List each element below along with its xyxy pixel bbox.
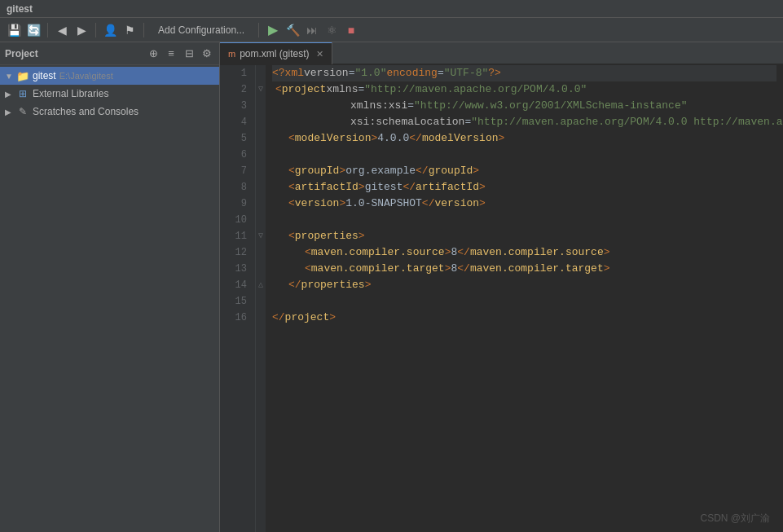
- fold-empty-5: [256, 130, 266, 147]
- fold-empty-12: [256, 244, 266, 261]
- code-line-5: <modelVersion>4.0.0</modelVersion>: [272, 130, 776, 147]
- forward-button[interactable]: ▶: [73, 21, 90, 39]
- code-line-10: [272, 212, 776, 228]
- code-line-11: <properties>: [272, 228, 776, 244]
- fold-marker-11[interactable]: ▽: [256, 228, 266, 244]
- line-num-7: 7: [225, 163, 247, 179]
- tree-arrow-gitest: ▼: [5, 72, 16, 81]
- code-line-13: <maven.compiler.target>8</maven.compiler…: [272, 261, 776, 277]
- run-button[interactable]: ▶: [264, 21, 282, 39]
- tree-arrow-ext-libs: ▶: [5, 90, 16, 99]
- save-button[interactable]: 💾: [5, 21, 23, 39]
- fold-marker-14[interactable]: △: [256, 277, 266, 293]
- code-editor[interactable]: <?xml version="1.0" encoding="UTF-8"?> <…: [266, 65, 783, 532]
- toolbar-separator-3: [143, 23, 144, 37]
- line-num-8: 8: [225, 179, 247, 196]
- sidebar-title: Project: [5, 48, 143, 59]
- code-line-3: xmlns:xsi="http://www.w3.org/2001/XMLSch…: [272, 98, 776, 114]
- pom-xml-tab-close[interactable]: ✕: [316, 49, 323, 59]
- editor-content[interactable]: 1 2 3 4 5 6 7 8 9 10 11 12 13 14 15 16 ▽: [220, 65, 783, 532]
- gitest-label: gitest: [33, 70, 56, 81]
- fold-empty-16: [256, 310, 266, 326]
- fold-empty-7: [256, 163, 266, 179]
- line-num-6: 6: [225, 147, 247, 163]
- code-line-6: [272, 147, 776, 163]
- sidebar-item-scratches[interactable]: ▶ ✎ Scratches and Consoles: [0, 103, 219, 121]
- fold-empty-1: [256, 65, 266, 81]
- sidebar: Project ⊕ ≡ ⊟ ⚙ ▼ 📁 gitest E:\Java\gites…: [0, 42, 220, 532]
- line-num-15: 15: [225, 293, 247, 310]
- sync-button[interactable]: 🔄: [24, 21, 42, 39]
- pom-xml-tab-icon: m: [228, 49, 235, 59]
- coverage-button[interactable]: ⚛: [323, 21, 341, 39]
- sidebar-tree: ▼ 📁 gitest E:\Java\gitest ▶ ⊞ External L…: [0, 65, 219, 532]
- fold-empty-8: [256, 179, 266, 196]
- title-bar: gitest: [0, 0, 783, 18]
- fold-empty-4: [256, 114, 266, 130]
- fold-gutter: ▽ ▽ △: [256, 65, 266, 532]
- code-line-15: [272, 293, 776, 310]
- toolbar: 💾 🔄 ◀ ▶ 👤 ⚑ Add Configuration... ▶ 🔨 ⏭ ⚛…: [0, 18, 783, 42]
- add-configuration-button[interactable]: Add Configuration...: [149, 21, 253, 39]
- code-line-2: <project xmlns="http://maven.apache.org/…: [272, 81, 776, 98]
- fold-empty-6: [256, 147, 266, 163]
- gitest-path: E:\Java\gitest: [59, 71, 113, 81]
- line-num-12: 12: [225, 244, 247, 261]
- fold-empty-9: [256, 196, 266, 212]
- code-line-12: <maven.compiler.source>8</maven.compiler…: [272, 244, 776, 261]
- tab-pom-xml[interactable]: m pom.xml (gitest) ✕: [220, 42, 332, 64]
- line-num-10: 10: [225, 212, 247, 228]
- line-num-11: 11: [225, 228, 247, 244]
- external-libraries-label: External Libraries: [33, 88, 108, 99]
- sidebar-add-button[interactable]: ⊕: [146, 46, 161, 61]
- app-title: gitest: [7, 3, 33, 15]
- fold-empty-3: [256, 98, 266, 114]
- code-line-4: xsi:schemaLocation="http://maven.apache.…: [272, 114, 776, 130]
- line-num-13: 13: [225, 261, 247, 277]
- build-menu-button[interactable]: ⚑: [121, 21, 139, 39]
- code-line-16: </project>: [272, 310, 776, 326]
- fold-empty-15: [256, 293, 266, 310]
- line-num-4: 4: [225, 114, 247, 130]
- sidebar-expand-button[interactable]: ≡: [164, 46, 178, 61]
- tree-arrow-scratches: ▶: [5, 108, 16, 117]
- user-button[interactable]: 👤: [101, 21, 119, 39]
- line-numbers: 1 2 3 4 5 6 7 8 9 10 11 12 13 14 15 16: [220, 65, 256, 532]
- line-num-2: 2: [225, 81, 247, 98]
- main-layout: Project ⊕ ≡ ⊟ ⚙ ▼ 📁 gitest E:\Java\gites…: [0, 42, 783, 532]
- toolbar-separator-1: [47, 23, 48, 37]
- sidebar-header: Project ⊕ ≡ ⊟ ⚙: [0, 42, 219, 65]
- gitest-folder-icon: 📁: [16, 69, 29, 82]
- line-num-1: 1: [225, 65, 247, 81]
- back-button[interactable]: ◀: [53, 21, 71, 39]
- watermark: CSDN @刘广渝: [700, 512, 770, 525]
- line-num-14: 14: [225, 277, 247, 293]
- tab-bar: m pom.xml (gitest) ✕: [220, 42, 783, 65]
- line-num-3: 3: [225, 98, 247, 114]
- toolbar-separator-2: [95, 23, 96, 37]
- line-num-9: 9: [225, 196, 247, 212]
- step-button[interactable]: ⏭: [303, 21, 321, 39]
- scratches-label: Scratches and Consoles: [33, 106, 139, 117]
- pom-xml-tab-name: pom.xml (gitest): [240, 48, 309, 59]
- build-button[interactable]: 🔨: [284, 21, 301, 39]
- code-line-7: <groupId>org.example</groupId>: [272, 163, 776, 179]
- sidebar-item-external-libraries[interactable]: ▶ ⊞ External Libraries: [0, 85, 219, 103]
- code-line-9: <version>1.0-SNAPSHOT</version>: [272, 196, 776, 212]
- line-num-16: 16: [225, 310, 247, 326]
- code-line-8: <artifactId>gitest</artifactId>: [272, 179, 776, 196]
- code-line-1: <?xml version="1.0" encoding="UTF-8"?>: [272, 65, 776, 81]
- line-num-5: 5: [225, 130, 247, 147]
- fold-empty-10: [256, 212, 266, 228]
- editor-area: m pom.xml (gitest) ✕ 1 2 3 4 5 6 7 8 9 1…: [220, 42, 783, 532]
- sidebar-collapse-button[interactable]: ⊟: [182, 46, 196, 61]
- scratches-icon: ✎: [16, 105, 29, 118]
- fold-marker-2[interactable]: ▽: [256, 81, 266, 98]
- sidebar-settings-button[interactable]: ⚙: [200, 46, 214, 61]
- toolbar-separator-4: [258, 23, 259, 37]
- external-libraries-icon: ⊞: [16, 87, 29, 100]
- fold-empty-13: [256, 261, 266, 277]
- stop-button[interactable]: ■: [342, 21, 360, 39]
- code-line-14: </properties>: [272, 277, 776, 293]
- sidebar-item-gitest[interactable]: ▼ 📁 gitest E:\Java\gitest: [0, 67, 219, 85]
